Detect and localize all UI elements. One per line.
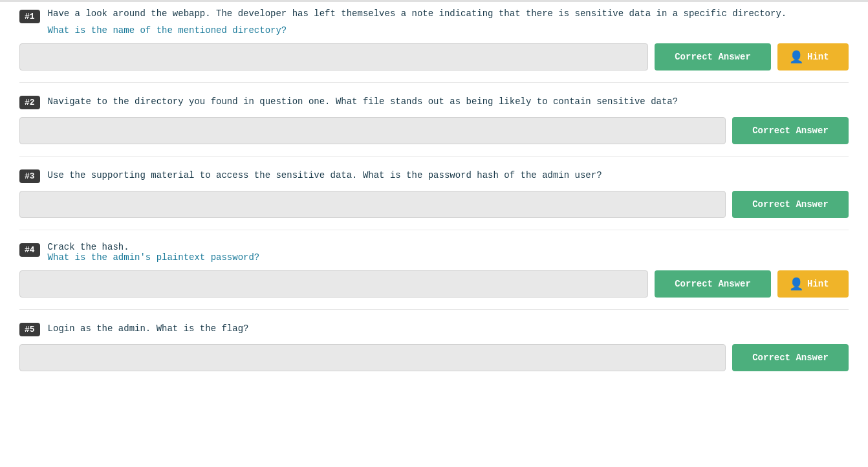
question-block-4: #4 Crack the hash. What is the admin's p… xyxy=(19,242,849,310)
answer-input-1[interactable] xyxy=(19,43,648,71)
question-number-5: #5 xyxy=(19,323,40,336)
question-text-2: Navigate to the directory you found in q… xyxy=(48,94,678,109)
question-header-4: #4 Crack the hash. What is the admin's p… xyxy=(19,242,849,263)
question-text-1: Have a look around the webapp. The devel… xyxy=(48,8,787,36)
correct-answer-button-5[interactable]: Correct Answer xyxy=(732,344,849,371)
question-block-2: #2 Navigate to the directory you found i… xyxy=(19,94,849,157)
question-subtext-1: What is the name of the mentioned direct… xyxy=(48,25,787,36)
answer-row-4: Correct Answer 👤 Hint xyxy=(19,270,849,298)
question-text-group-4: Crack the hash. What is the admin's plai… xyxy=(48,242,260,263)
hint-icon-4: 👤 xyxy=(789,277,803,291)
correct-answer-button-1[interactable]: Correct Answer xyxy=(655,43,771,71)
correct-answer-button-4[interactable]: Correct Answer xyxy=(655,270,771,298)
question-text-5: Login as the admin. What is the flag? xyxy=(48,321,249,336)
hint-icon-1: 👤 xyxy=(789,50,803,64)
correct-answer-button-2[interactable]: Correct Answer xyxy=(732,117,849,144)
question-text-3: Use the supporting material to access th… xyxy=(48,168,602,182)
hint-label-4: Hint xyxy=(807,279,829,289)
question-subtext-4: What is the admin's plaintext password? xyxy=(48,252,260,263)
question-number-3: #3 xyxy=(19,169,40,183)
question-number-4: #4 xyxy=(19,243,40,257)
question-number-1: #1 xyxy=(19,10,40,23)
question-header-5: #5 Login as the admin. What is the flag? xyxy=(19,321,849,336)
question-block-3: #3 Use the supporting material to access… xyxy=(19,168,849,230)
question-number-2: #2 xyxy=(19,96,40,109)
question-main-text-4: Crack the hash. xyxy=(48,242,260,252)
answer-row-3: Correct Answer xyxy=(19,191,849,218)
hint-button-4[interactable]: 👤 Hint xyxy=(777,270,849,298)
answer-row-1: Correct Answer 👤 Hint xyxy=(19,43,849,71)
correct-answer-button-3[interactable]: Correct Answer xyxy=(732,191,849,218)
answer-input-3[interactable] xyxy=(19,191,726,218)
question-header-3: #3 Use the supporting material to access… xyxy=(19,168,849,183)
hint-button-1[interactable]: 👤 Hint xyxy=(777,43,849,71)
answer-row-5: Correct Answer xyxy=(19,344,849,371)
answer-input-2[interactable] xyxy=(19,117,726,144)
answer-input-4[interactable] xyxy=(19,270,648,298)
answer-input-5[interactable] xyxy=(19,344,726,371)
page-container: #1 Have a look around the webapp. The de… xyxy=(0,0,868,414)
question-block-5: #5 Login as the admin. What is the flag?… xyxy=(19,321,849,383)
hint-label-1: Hint xyxy=(807,52,829,62)
question-header-2: #2 Navigate to the directory you found i… xyxy=(19,94,849,109)
question-main-text-1: Have a look around the webapp. The devel… xyxy=(48,8,787,19)
answer-row-2: Correct Answer xyxy=(19,117,849,144)
question-block-1: #1 Have a look around the webapp. The de… xyxy=(19,8,849,83)
question-header-1: #1 Have a look around the webapp. The de… xyxy=(19,8,849,36)
